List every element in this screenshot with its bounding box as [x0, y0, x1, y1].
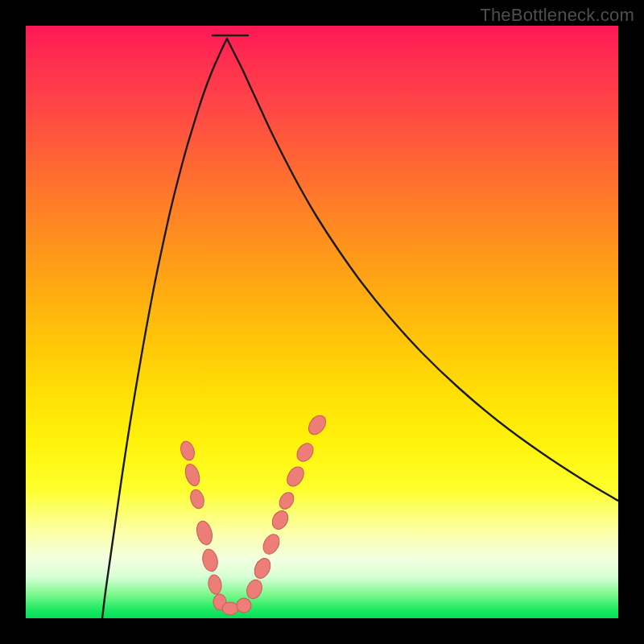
data-marker-5 — [207, 574, 223, 595]
data-marker-0 — [179, 440, 197, 462]
curve-right-curve — [227, 39, 618, 501]
data-marker-7 — [222, 602, 238, 615]
data-marker-12 — [269, 508, 291, 532]
data-marker-14 — [283, 464, 307, 489]
data-marker-1 — [183, 462, 202, 488]
data-marker-10 — [251, 555, 273, 580]
chart-frame: TheBottleneck.com — [0, 0, 644, 644]
data-marker-16 — [305, 412, 329, 438]
data-marker-4 — [200, 547, 219, 572]
data-marker-2 — [188, 488, 206, 510]
curves-layer — [26, 26, 618, 618]
data-marker-11 — [260, 531, 283, 556]
data-marker-3 — [195, 519, 215, 546]
data-marker-15 — [294, 440, 316, 464]
data-marker-13 — [277, 489, 297, 511]
plot-area — [26, 26, 618, 618]
watermark-text: TheBottleneck.com — [480, 5, 634, 26]
data-marker-9 — [244, 578, 265, 601]
